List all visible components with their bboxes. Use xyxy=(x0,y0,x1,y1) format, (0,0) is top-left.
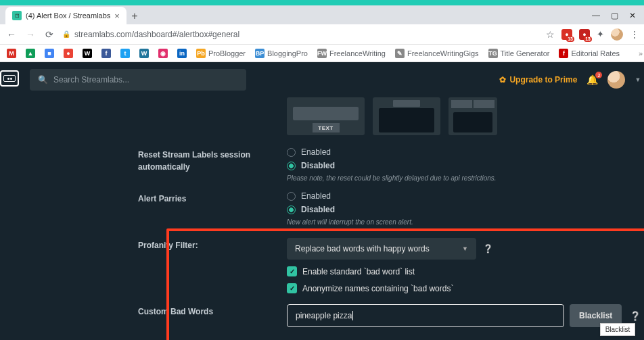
url-text: streamlabs.com/dashboard#/alertbox#gener… xyxy=(74,30,239,39)
bookmark-item[interactable]: ✎FreelanceWritingGigs xyxy=(395,49,479,58)
nav-forward-button: → xyxy=(24,29,37,40)
bookmark-item[interactable]: ◉ xyxy=(158,49,168,58)
bookmark-item[interactable]: ● xyxy=(64,49,73,58)
bookmark-favicon: ✎ xyxy=(395,49,405,58)
bookmark-item[interactable]: W xyxy=(83,49,92,58)
browser-tab[interactable]: ⊡ (4) Alert Box / Streamlabs × xyxy=(5,7,127,24)
bookmark-favicon: FW xyxy=(317,49,327,58)
checkbox-standard-list[interactable]: ✓Enable standard `bad word` list xyxy=(287,266,641,276)
bookmark-favicon: ▲ xyxy=(26,49,35,58)
setting-label-reset: Reset Stream Labels session automaticall… xyxy=(138,147,287,173)
bookmark-favicon: t xyxy=(120,49,130,58)
window-close-button[interactable]: ✕ xyxy=(629,11,636,20)
window-titlebar xyxy=(0,0,644,5)
bookmark-item[interactable]: M xyxy=(7,49,16,58)
tab-close-icon[interactable]: × xyxy=(114,11,120,21)
streamlabs-logo[interactable] xyxy=(0,70,19,87)
lock-icon: 🔒 xyxy=(62,30,70,38)
profile-avatar[interactable] xyxy=(611,28,623,41)
help-icon[interactable]: ❔ xyxy=(630,311,641,321)
search-icon: 🔍 xyxy=(38,75,48,84)
new-tab-button[interactable]: + xyxy=(127,8,143,24)
bookmark-favicon: M xyxy=(7,49,16,58)
layout-preview-option[interactable]: TEXT xyxy=(287,97,365,135)
setting-label-profanity: Profanity Filter: xyxy=(138,238,287,251)
bookmark-favicon: ● xyxy=(64,49,73,58)
custom-bad-words-input[interactable]: pineapple pizza xyxy=(287,304,564,327)
layout-preview-option[interactable] xyxy=(373,97,440,135)
bookmark-favicon: Pb xyxy=(196,49,206,58)
bookmark-item[interactable]: in xyxy=(177,49,187,58)
radio-disabled[interactable]: Disabled xyxy=(287,161,641,170)
bookmark-favicon: ◉ xyxy=(158,49,168,58)
bookmark-star-icon[interactable]: ☆ xyxy=(546,29,555,40)
nav-back-button[interactable]: ← xyxy=(5,29,18,40)
bookmark-item[interactable]: fEditorial Rates xyxy=(559,49,620,58)
url-field[interactable]: 🔒 streamlabs.com/dashboard#/alertbox#gen… xyxy=(62,30,539,39)
upgrade-to-prime-button[interactable]: ✿ Upgrade to Prime xyxy=(499,75,577,84)
bookmark-item[interactable]: BPBloggingPro xyxy=(255,49,308,58)
gear-icon: ✿ xyxy=(499,75,506,84)
extension-icon[interactable]: ●13 xyxy=(579,29,590,40)
search-placeholder: Search Streamlabs... xyxy=(53,75,129,84)
extension-icon[interactable]: ●13 xyxy=(561,29,572,40)
bookmark-favicon: W xyxy=(83,49,92,58)
bookmark-item[interactable]: FWFreelanceWriting xyxy=(317,49,386,58)
checkbox-anonymize[interactable]: ✓Anonymize names containing `bad words` xyxy=(287,283,641,293)
app-content: 🔍 Search Streamlabs... ✿ Upgrade to Prim… xyxy=(0,62,644,340)
bookmarks-bar: M▲■●WftW◉inPbProBloggerBPBloggingProFWFr… xyxy=(0,45,644,62)
extensions-menu-icon[interactable]: ✦ xyxy=(597,29,604,39)
bookmark-favicon: f xyxy=(559,49,568,58)
setting-label-parries: Alert Parries xyxy=(138,191,287,205)
bookmark-favicon: ■ xyxy=(45,49,54,58)
bookmark-item[interactable]: ▲ xyxy=(26,49,35,58)
tab-favicon: ⊡ xyxy=(12,11,22,20)
bookmark-favicon: BP xyxy=(255,49,264,58)
left-rail xyxy=(0,62,19,340)
bookmark-favicon: f xyxy=(101,49,111,58)
user-avatar[interactable] xyxy=(607,71,625,89)
notification-badge: 2 xyxy=(595,72,602,78)
search-input[interactable]: 🔍 Search Streamlabs... xyxy=(30,69,246,91)
tab-title: (4) Alert Box / Streamlabs xyxy=(26,11,110,20)
layout-preview-option[interactable] xyxy=(448,97,497,135)
bookmark-item[interactable]: ■ xyxy=(45,49,54,58)
user-menu-caret-icon[interactable]: ▼ xyxy=(635,76,641,83)
bookmark-item[interactable]: W xyxy=(139,49,149,58)
radio-enabled[interactable]: Enabled xyxy=(287,147,641,157)
bookmarks-overflow[interactable]: » xyxy=(639,49,643,57)
chevron-down-icon: ▼ xyxy=(462,245,468,252)
bookmark-favicon: TG xyxy=(488,49,498,58)
setting-note: New alert will interrupt the on screen a… xyxy=(287,218,641,226)
bookmark-item[interactable]: f xyxy=(101,49,111,58)
app-topbar: 🔍 Search Streamlabs... ✿ Upgrade to Prim… xyxy=(30,62,641,97)
bookmark-item[interactable]: TGTitle Generator xyxy=(488,49,550,58)
bookmark-favicon: W xyxy=(139,49,149,58)
radio-disabled[interactable]: Disabled xyxy=(287,205,641,214)
bookmark-item[interactable]: PbProBlogger xyxy=(196,49,246,58)
notifications-bell[interactable]: 🔔2 xyxy=(586,74,598,85)
address-bar: ← → ⟳ 🔒 streamlabs.com/dashboard#/alertb… xyxy=(0,24,644,45)
window-minimize-button[interactable]: — xyxy=(592,11,600,20)
tab-strip: ⊡ (4) Alert Box / Streamlabs × + — ▢ ✕ xyxy=(0,5,644,24)
setting-note: Please note, the reset could be slightly… xyxy=(287,174,641,182)
window-maximize-button[interactable]: ▢ xyxy=(611,11,618,20)
layout-previews: TEXT xyxy=(287,97,641,135)
browser-menu-icon[interactable]: ⋮ xyxy=(630,29,639,40)
nav-reload-button[interactable]: ⟳ xyxy=(43,29,55,40)
radio-enabled[interactable]: Enabled xyxy=(287,191,641,201)
setting-label-badwords: Custom Bad Words xyxy=(138,304,287,318)
bookmark-item[interactable]: t xyxy=(120,49,130,58)
bookmark-favicon: in xyxy=(177,49,187,58)
help-icon[interactable]: ❔ xyxy=(483,244,493,253)
profanity-select[interactable]: Replace bad words with happy words ▼ xyxy=(287,238,476,260)
tooltip: Blacklist xyxy=(600,323,636,336)
